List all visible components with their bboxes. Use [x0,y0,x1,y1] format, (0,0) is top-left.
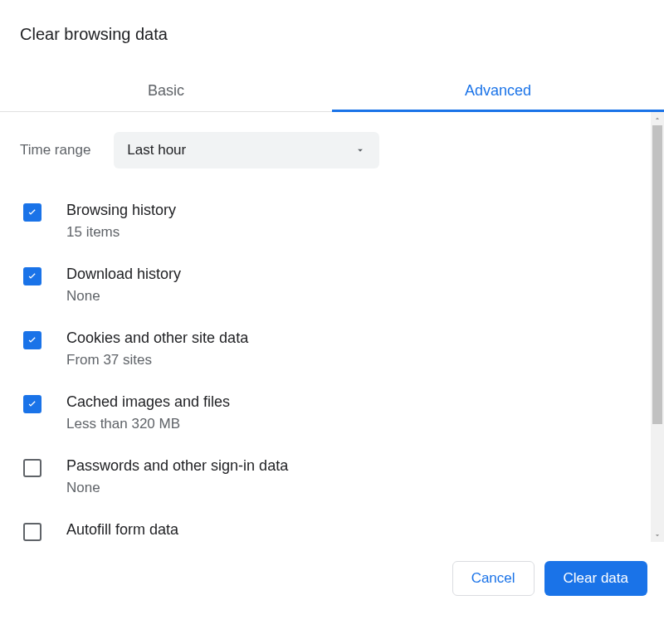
option-row: Autofill form data [20,521,644,542]
tabs: Basic Advanced [0,69,664,112]
chevron-down-icon [354,144,366,156]
option-label: Cookies and other site data [66,329,248,347]
option-text: Cookies and other site dataFrom 37 sites [66,329,248,368]
option-sublabel: None [66,288,181,305]
tab-advanced[interactable]: Advanced [332,69,664,111]
scroll-up-icon[interactable] [651,112,664,125]
option-text: Autofill form data [66,521,178,542]
option-text: Cached images and filesLess than 320 MB [66,393,230,432]
option-row: Cached images and filesLess than 320 MB [20,393,644,432]
option-sublabel: 15 items [66,224,176,241]
time-range-value: Last hour [127,142,186,159]
options-list: Browsing history15 itemsDownload history… [20,202,644,542]
cancel-button[interactable]: Cancel [452,561,535,596]
option-text: Browsing history15 items [66,202,176,241]
option-row: Cookies and other site dataFrom 37 sites [20,329,644,368]
option-label: Download history [66,266,181,283]
option-label: Browsing history [66,202,176,219]
option-label: Passwords and other sign-in data [66,457,288,475]
option-label: Cached images and files [66,393,230,411]
option-sublabel: Less than 320 MB [66,416,230,432]
option-label: Autofill form data [66,521,178,539]
time-range-label: Time range [20,142,90,159]
time-range-row: Time range Last hour [20,132,644,168]
content-wrapper: Time range Last hour Browsing history15 … [0,112,664,542]
option-checkbox[interactable] [23,395,42,413]
time-range-select[interactable]: Last hour [114,132,379,168]
option-text: Download historyNone [66,266,181,305]
dialog-title: Clear browsing data [0,0,664,44]
content-pane: Time range Last hour Browsing history15 … [0,112,664,542]
option-sublabel: None [66,480,288,496]
scrollbar[interactable] [651,112,664,542]
tab-basic[interactable]: Basic [0,69,332,111]
scrollbar-thumb[interactable] [652,125,662,424]
option-row: Download historyNone [20,266,644,305]
option-row: Browsing history15 items [20,202,644,241]
option-checkbox[interactable] [23,203,42,222]
option-checkbox[interactable] [23,331,42,349]
scroll-down-icon[interactable] [651,529,664,542]
clear-data-button[interactable]: Clear data [544,561,647,596]
option-checkbox[interactable] [23,523,42,541]
dialog-footer: Cancel Clear data [0,548,664,609]
option-checkbox[interactable] [23,459,42,477]
option-checkbox[interactable] [23,267,42,285]
option-sublabel: From 37 sites [66,352,248,368]
option-text: Passwords and other sign-in dataNone [66,457,288,496]
option-row: Passwords and other sign-in dataNone [20,457,644,496]
